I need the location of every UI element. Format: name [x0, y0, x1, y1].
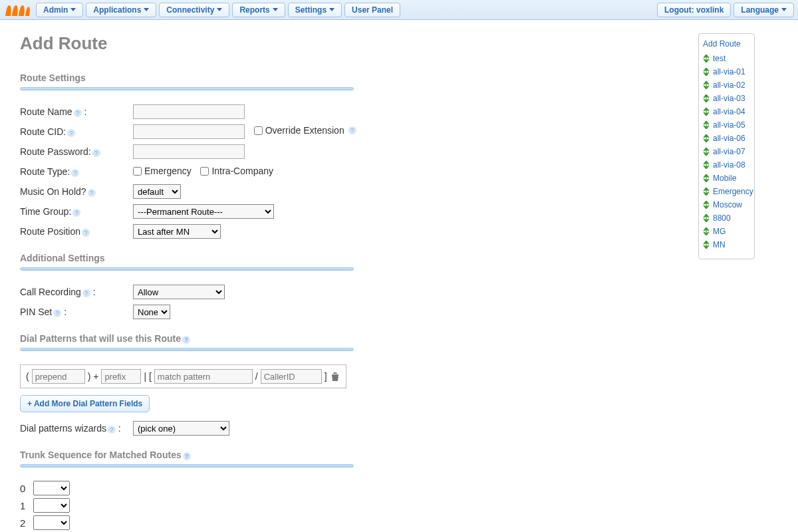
override-extension-checkbox[interactable]	[254, 126, 263, 135]
time-group-select[interactable]: ---Permanent Route---	[133, 204, 274, 219]
trunk-index: 0	[20, 483, 25, 494]
sidebar-add-route[interactable]: Add Route	[703, 39, 750, 49]
section-additional: Additional Settings	[20, 253, 685, 263]
trash-icon[interactable]	[330, 371, 340, 382]
sidebar-route-link[interactable]: all-via-02	[713, 80, 745, 90]
sidebar-route-link[interactable]: all-via-01	[713, 67, 745, 76]
sidebar-route-item[interactable]: 8800	[703, 213, 750, 223]
section-route-settings: Route Settings	[20, 72, 685, 83]
prefix-input[interactable]	[101, 369, 141, 384]
sidebar-route-item[interactable]: Moscow	[703, 200, 750, 209]
menu-settings[interactable]: Settings	[288, 3, 342, 17]
sidebar-route-item[interactable]: Mobile	[703, 174, 750, 183]
sidebar-route-item[interactable]: all-via-01	[703, 67, 750, 76]
prepend-input[interactable]	[32, 369, 85, 384]
chevron-down-icon	[217, 8, 222, 11]
route-cid-input[interactable]	[133, 124, 245, 139]
pin-set-select[interactable]: None	[133, 305, 170, 319]
route-name-input[interactable]	[133, 104, 245, 119]
help-icon[interactable]: ?	[182, 336, 190, 344]
callerid-input[interactable]	[261, 369, 322, 384]
sidebar-route-link[interactable]: MG	[713, 227, 726, 236]
sidebar-route-link[interactable]: all-via-03	[713, 94, 745, 103]
add-dial-pattern-button[interactable]: + Add More Dial Pattern Fields	[20, 395, 150, 412]
sidebar-route-link[interactable]: 8800	[713, 213, 731, 223]
help-icon[interactable]: ?	[72, 209, 80, 217]
route-sidebar: Add Route testall-via-01all-via-02all-vi…	[698, 33, 755, 259]
trunk-select[interactable]	[33, 481, 70, 495]
label-route-type: Route Type:	[20, 166, 70, 177]
label-route-position: Route Position	[20, 226, 80, 237]
intra-company-checkbox[interactable]	[200, 167, 209, 176]
sidebar-route-item[interactable]: all-via-05	[703, 120, 750, 130]
trunk-row: 0	[20, 481, 685, 495]
sort-arrow-icon	[703, 148, 710, 156]
help-icon[interactable]: ?	[53, 309, 61, 317]
sidebar-route-item[interactable]: all-via-06	[703, 134, 750, 143]
sort-arrow-icon	[703, 227, 710, 235]
route-password-input[interactable]	[133, 144, 245, 159]
menu-reports[interactable]: Reports	[232, 3, 285, 17]
sort-arrow-icon	[703, 214, 710, 222]
sidebar-route-link[interactable]: Moscow	[713, 200, 742, 209]
sidebar-route-link[interactable]: all-via-06	[713, 134, 745, 143]
trunk-index: 2	[20, 517, 25, 529]
logout-button[interactable]: Logout: voxlink	[657, 3, 731, 17]
menu-applications[interactable]: Applications	[86, 3, 156, 17]
sort-arrow-icon	[703, 161, 710, 169]
trunk-row: 2	[20, 515, 685, 530]
menu-connectivity[interactable]: Connectivity	[159, 3, 229, 17]
top-menubar: AdminApplicationsConnectivityReportsSett…	[0, 0, 798, 20]
label-emergency: Emergency	[144, 166, 192, 176]
sidebar-route-link[interactable]: test	[713, 54, 726, 63]
help-icon[interactable]: ?	[74, 109, 82, 117]
help-icon[interactable]: ?	[348, 126, 356, 134]
sidebar-route-item[interactable]: MN	[703, 240, 750, 249]
emergency-checkbox[interactable]	[133, 167, 142, 176]
sidebar-route-link[interactable]: all-via-05	[713, 120, 745, 130]
help-icon[interactable]: ?	[67, 129, 75, 137]
route-position-select[interactable]: Last after MN	[133, 224, 221, 239]
section-trunk-seq: Trunk Sequence for Matched Routes	[20, 450, 182, 460]
sidebar-route-item[interactable]: all-via-08	[703, 160, 750, 170]
dial-wizards-select[interactable]: (pick one)	[133, 421, 229, 436]
call-recording-select[interactable]: Allow	[133, 285, 225, 299]
help-icon[interactable]: ?	[71, 169, 79, 177]
chevron-down-icon	[329, 8, 334, 11]
sidebar-route-link[interactable]: Mobile	[713, 174, 736, 183]
label-pin-set: PIN Set	[20, 307, 52, 317]
sort-arrow-icon	[703, 134, 710, 142]
sidebar-route-item[interactable]: all-via-04	[703, 107, 750, 116]
help-icon[interactable]: ?	[108, 426, 116, 434]
sidebar-route-link[interactable]: Emergency	[713, 187, 753, 196]
sidebar-route-item[interactable]: all-via-02	[703, 80, 750, 90]
app-logo	[4, 3, 31, 17]
menu-admin[interactable]: Admin	[36, 3, 83, 17]
sidebar-route-item[interactable]: test	[703, 54, 750, 63]
trunk-select[interactable]	[33, 515, 70, 530]
help-icon[interactable]: ?	[183, 452, 191, 460]
section-divider	[20, 87, 354, 90]
sidebar-route-item[interactable]: Emergency	[703, 187, 750, 196]
sort-arrow-icon	[703, 241, 710, 249]
help-icon[interactable]: ?	[88, 189, 96, 197]
label-intra-company: Intra-Company	[211, 166, 273, 176]
sidebar-route-link[interactable]: all-via-08	[713, 160, 745, 170]
sidebar-route-link[interactable]: MN	[713, 240, 726, 249]
sidebar-route-link[interactable]: all-via-04	[713, 107, 745, 116]
language-button[interactable]: Language	[733, 3, 794, 17]
help-icon[interactable]: ?	[82, 229, 90, 237]
sidebar-route-item[interactable]: all-via-03	[703, 94, 750, 103]
moh-select[interactable]: default	[133, 184, 181, 199]
trunk-select[interactable]	[33, 498, 70, 513]
sort-arrow-icon	[703, 174, 710, 182]
match-pattern-input[interactable]	[154, 369, 253, 384]
sidebar-route-item[interactable]: MG	[703, 227, 750, 236]
menu-user-panel[interactable]: User Panel	[344, 3, 400, 17]
sidebar-route-item[interactable]: all-via-07	[703, 147, 750, 156]
help-icon[interactable]: ?	[92, 149, 100, 157]
help-icon[interactable]: ?	[82, 289, 90, 297]
sort-arrow-icon	[703, 68, 710, 76]
chevron-down-icon	[273, 8, 278, 11]
sidebar-route-link[interactable]: all-via-07	[713, 147, 745, 156]
